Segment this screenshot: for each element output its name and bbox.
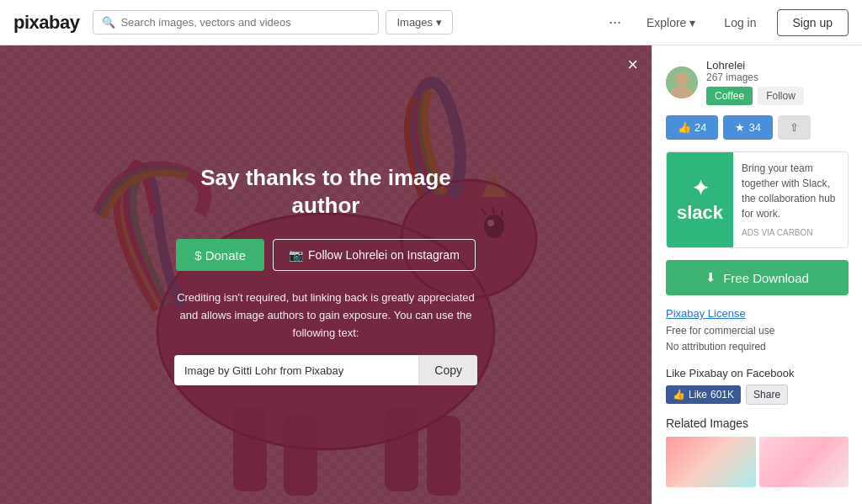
star-icon: ★ bbox=[735, 121, 745, 134]
search-bar[interactable]: 🔍 bbox=[93, 10, 379, 34]
ad-text: Bring your team together with Slack, the… bbox=[733, 152, 848, 247]
download-button[interactable]: ⬇ Free Download bbox=[666, 260, 849, 295]
related-section: Related Images bbox=[666, 416, 849, 487]
modal-content: Say thanks to the image author $ Donate … bbox=[157, 147, 494, 403]
action-row: 👍 24 ★ 34 ⇧ bbox=[666, 115, 849, 140]
star-button[interactable]: ★ 34 bbox=[723, 115, 772, 140]
license-title[interactable]: Pixabay License bbox=[666, 307, 849, 320]
instagram-button[interactable]: 📷 Follow Lohrelei on Instagram bbox=[273, 239, 476, 271]
dropdown-arrow: ▾ bbox=[436, 16, 442, 29]
copy-row: Copy bbox=[174, 355, 477, 385]
images-dropdown[interactable]: Images ▾ bbox=[386, 10, 453, 34]
ad-logo-text: slack bbox=[677, 202, 723, 224]
share-button[interactable]: ⇧ bbox=[778, 115, 811, 140]
credit-text: Crediting isn't required, but linking ba… bbox=[174, 289, 477, 342]
download-icon: ⬇ bbox=[705, 270, 716, 285]
share-icon: ⇧ bbox=[790, 121, 799, 134]
explore-button[interactable]: Explore ▾ bbox=[635, 11, 707, 34]
signup-button[interactable]: Sign up bbox=[777, 9, 849, 36]
donate-button[interactable]: $ Donate bbox=[176, 239, 264, 271]
avatar bbox=[666, 66, 698, 98]
facebook-share-button[interactable]: Share bbox=[746, 385, 788, 405]
search-icon: 🔍 bbox=[102, 16, 115, 29]
slack-icon: ✦ bbox=[692, 177, 709, 200]
related-image-1[interactable] bbox=[666, 437, 756, 487]
ad-banner: ✦ slack Bring your team together with Sl… bbox=[666, 151, 849, 248]
ad-logo: ✦ slack bbox=[667, 152, 733, 247]
facebook-label: Like Pixabay on Facebook bbox=[666, 367, 849, 379]
license-section: Pixabay License Free for commercial use … bbox=[666, 307, 849, 355]
instagram-icon: 📷 bbox=[289, 248, 303, 262]
image-panel: × Say thanks to the image author $ Donat… bbox=[0, 45, 652, 504]
user-image-count: 267 images bbox=[706, 72, 849, 83]
related-title: Related Images bbox=[666, 416, 849, 430]
ad-via: ADS VIA CARBON bbox=[742, 226, 839, 239]
facebook-count: 601K bbox=[710, 389, 734, 401]
facebook-like-label: Like bbox=[689, 389, 707, 401]
related-grid bbox=[666, 437, 849, 487]
user-actions: Coffee Follow bbox=[706, 87, 849, 105]
close-button[interactable]: × bbox=[627, 56, 638, 74]
images-label: Images bbox=[396, 16, 433, 29]
header: pixabay 🔍 Images ▾ ··· Explore ▾ Log in … bbox=[0, 0, 862, 45]
like-count: 24 bbox=[694, 121, 706, 134]
instagram-label: Follow Lohrelei on Instagram bbox=[308, 248, 460, 262]
license-line2: No attribution required bbox=[666, 339, 849, 355]
user-row: Lohrelei 267 images Coffee Follow bbox=[666, 59, 849, 105]
modal-title: Say thanks to the image author bbox=[174, 164, 477, 221]
username: Lohrelei bbox=[706, 59, 849, 72]
more-options-button[interactable]: ··· bbox=[602, 10, 628, 34]
copy-input[interactable] bbox=[174, 356, 418, 385]
like-icon: 👍 bbox=[678, 121, 691, 134]
main-content: × Say thanks to the image author $ Donat… bbox=[0, 45, 862, 504]
follow-button[interactable]: Follow bbox=[758, 87, 804, 105]
coffee-button[interactable]: Coffee bbox=[706, 87, 753, 105]
login-button[interactable]: Log in bbox=[710, 11, 769, 34]
modal-actions: $ Donate 📷 Follow Lohrelei on Instagram bbox=[174, 239, 477, 271]
facebook-like-button[interactable]: 👍 Like 601K bbox=[666, 385, 741, 404]
download-label: Free Download bbox=[723, 271, 809, 285]
svg-point-16 bbox=[675, 72, 689, 86]
copy-button[interactable]: Copy bbox=[418, 355, 477, 385]
facebook-thumbs-icon: 👍 bbox=[673, 389, 685, 401]
user-info: Lohrelei 267 images Coffee Follow bbox=[706, 59, 849, 105]
facebook-section: Like Pixabay on Facebook 👍 Like 601K Sha… bbox=[666, 367, 849, 405]
logo: pixabay bbox=[13, 12, 79, 34]
modal-overlay: × Say thanks to the image author $ Donat… bbox=[0, 45, 652, 504]
search-input[interactable] bbox=[120, 16, 370, 29]
like-button[interactable]: 👍 24 bbox=[666, 115, 718, 140]
related-image-2[interactable] bbox=[759, 437, 849, 487]
sidebar: Lohrelei 267 images Coffee Follow 👍 24 ★… bbox=[652, 45, 862, 504]
license-line1: Free for commercial use bbox=[666, 323, 849, 339]
ad-description: Bring your team together with Slack, the… bbox=[742, 161, 839, 221]
facebook-like: 👍 Like 601K Share bbox=[666, 385, 849, 405]
star-count: 34 bbox=[748, 121, 760, 134]
